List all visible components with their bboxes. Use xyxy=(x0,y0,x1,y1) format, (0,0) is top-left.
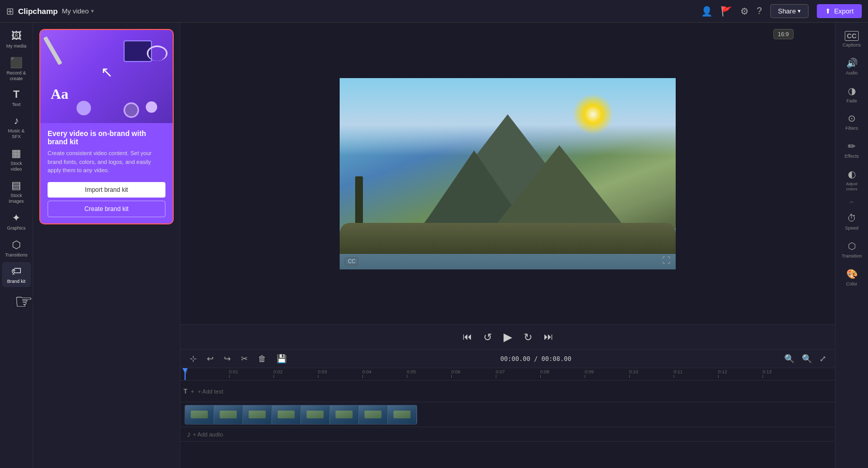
timeline-ruler: 0 0:01 0:02 0:03 0:04 0:05 0:06 0:07 0:0… xyxy=(180,368,835,381)
effects-icon: ✏ xyxy=(848,141,856,152)
add-audio-label[interactable]: + Add audio xyxy=(193,431,223,437)
text-track-label: T xyxy=(180,388,185,395)
art-circle1 xyxy=(124,102,139,118)
sidebar-item-stock-video[interactable]: ▦ Stockvideo xyxy=(2,144,31,175)
record-icon: ⬛ xyxy=(10,56,23,69)
clip-thumb xyxy=(301,405,330,424)
select-tool-button[interactable]: ⊹ xyxy=(187,352,200,365)
timeline-toolbar: ⊹ ↩ ↪ ✂ 🗑 💾 00:00.00 / 00:08.00 🔍 🔍 ⤢ xyxy=(180,350,835,368)
app-logo: Clipchamp xyxy=(18,7,58,16)
sidebar-item-graphics[interactable]: ✦ Graphics xyxy=(2,208,31,234)
aspect-ratio-badge: 16:9 xyxy=(773,29,794,39)
right-sidebar-speed[interactable]: ⏱ Speed xyxy=(837,209,866,235)
text-track-row: T + + Add text xyxy=(180,381,835,402)
clip-thumb xyxy=(388,405,417,424)
video-frame: CC ⛶ xyxy=(340,78,676,269)
ruler-mark: 0:02 xyxy=(273,375,318,378)
ruler-mark: 0:12 xyxy=(718,375,763,378)
plus-icon: + xyxy=(191,388,194,395)
import-brand-kit-button[interactable]: Import brand kit xyxy=(48,182,165,198)
undo-button[interactable]: ↩ xyxy=(204,352,217,365)
collapse-arrow-icon: ‹ xyxy=(847,201,856,204)
brand-kit-icon: 🏷 xyxy=(11,265,22,277)
right-sidebar-fade[interactable]: ◑ Fade xyxy=(837,81,866,108)
art-cylinder2 xyxy=(146,101,157,113)
zoom-out-button[interactable]: 🔍 xyxy=(782,353,797,365)
sidebar-item-record-create[interactable]: ⬛ Record &create xyxy=(2,53,31,85)
video-preview: CC ⛶ 16:9 xyxy=(180,23,835,324)
tree-left xyxy=(355,176,363,228)
rewind-5s-button[interactable]: ↺ xyxy=(480,329,495,345)
ruler-marks: 0 0:01 0:02 0:03 0:04 0:05 0:06 0:07 0:0… xyxy=(180,368,807,378)
ruler-mark: 0:01 xyxy=(229,375,273,378)
ruler-mark: 0 xyxy=(185,375,229,378)
brand-card-desc: Create consistent video content. Set you… xyxy=(48,149,165,175)
fade-icon: ◑ xyxy=(848,85,856,97)
timeline-zoom-controls: 🔍 🔍 ⤢ xyxy=(782,353,829,365)
flag-icon[interactable]: 🚩 xyxy=(721,6,732,17)
sidebar-item-music-sfx[interactable]: ♪ Music &SFX xyxy=(2,112,31,143)
add-text-button[interactable]: + + Add text xyxy=(185,388,223,395)
video-controls-center: ⏮ ↺ ▶ ↻ ⏭ xyxy=(460,328,556,346)
video-controls: ⏮ ↺ ▶ ↻ ⏭ xyxy=(180,324,835,349)
play-button[interactable]: ▶ xyxy=(500,328,515,346)
music-icon: ♪ xyxy=(14,115,19,127)
right-sidebar-audio[interactable]: 🔊 Audio xyxy=(837,53,866,80)
sidebar-item-brand-kit[interactable]: 🏷 Brand kit xyxy=(2,262,31,288)
brand-card-image: ↖ Aa xyxy=(40,30,173,123)
video-title[interactable]: My video ▾ xyxy=(62,7,94,15)
note-icon: ♪ xyxy=(187,430,191,439)
cut-button[interactable]: ✂ xyxy=(238,352,251,365)
right-sidebar-filters[interactable]: ⊙ Filters xyxy=(837,109,866,135)
audio-track-row: ♪ + Add audio xyxy=(180,427,835,442)
right-sidebar-transition[interactable]: ⬡ Transition xyxy=(837,236,866,263)
settings-icon[interactable]: ⚙ xyxy=(740,6,749,17)
video-cc-button[interactable]: CC xyxy=(345,258,358,265)
art-cylinder1 xyxy=(77,101,91,115)
captions-icon: CC xyxy=(845,31,859,41)
sidebar-item-my-media[interactable]: 🖼 My media xyxy=(2,27,31,52)
sidebar-item-text[interactable]: T Text xyxy=(2,85,31,111)
ruler-mark: 0:06 xyxy=(451,375,496,378)
skip-back-button[interactable]: ⏮ xyxy=(460,329,475,344)
main-layout: 🖼 My media ⬛ Record &create T Text ♪ Mus… xyxy=(0,23,868,468)
sidebar-item-stock-images[interactable]: ▤ Stockimages xyxy=(2,176,31,207)
foreground-rocks xyxy=(340,223,676,254)
skip-forward-button[interactable]: ⏭ xyxy=(541,329,556,344)
create-brand-kit-button[interactable]: Create brand kit xyxy=(48,201,165,217)
brand-card-content: Every video is on-brand with brand kit C… xyxy=(40,123,173,223)
adjust-colors-icon: ◐ xyxy=(848,169,856,180)
right-sidebar-color[interactable]: 🎨 Color xyxy=(837,264,866,291)
ruler-mark: 0:07 xyxy=(496,375,540,378)
save-button[interactable]: 💾 xyxy=(273,352,290,365)
graphics-icon: ✦ xyxy=(12,212,21,224)
clip-thumb xyxy=(330,405,359,424)
video-expand-button[interactable]: ⛶ xyxy=(662,256,671,265)
timeline-area: ⊹ ↩ ↪ ✂ 🗑 💾 00:00.00 / 00:08.00 🔍 🔍 ⤢ xyxy=(180,349,835,468)
ruler-mark: 0:03 xyxy=(318,375,362,378)
brand-art: ↖ Aa xyxy=(40,30,173,123)
right-sidebar-captions[interactable]: CC Captions xyxy=(837,27,866,52)
right-sidebar-adjust-colors[interactable]: ◐ Adjustcolors xyxy=(837,164,866,195)
export-button[interactable]: ⬆ Export xyxy=(817,4,862,18)
video-clip[interactable] xyxy=(185,405,417,425)
help-icon[interactable]: ? xyxy=(757,6,762,17)
clip-thumb xyxy=(243,405,272,424)
ruler-mark: 0:08 xyxy=(540,375,585,378)
redo-button[interactable]: ↪ xyxy=(221,352,234,365)
grid-icon[interactable]: ⊞ xyxy=(6,6,14,17)
fit-button[interactable]: ⤢ xyxy=(817,353,829,365)
clip-thumb xyxy=(185,405,214,424)
share-icon[interactable]: 👤 xyxy=(701,6,712,17)
media-icon: 🖼 xyxy=(11,30,22,42)
zoom-in-button[interactable]: 🔍 xyxy=(799,353,815,365)
delete-button[interactable]: 🗑 xyxy=(255,353,269,365)
right-sidebar-effects[interactable]: ✏ Effects xyxy=(837,137,866,163)
video-frame-inner xyxy=(340,78,676,269)
topbar-left: ⊞ Clipchamp My video ▾ xyxy=(6,6,94,17)
art-cursor: ↖ xyxy=(101,64,113,81)
forward-5s-button[interactable]: ↻ xyxy=(521,329,536,345)
collapse-handle: ‹ xyxy=(835,198,868,207)
sidebar-item-transitions[interactable]: ⬡ Transitions xyxy=(2,235,31,261)
share-button[interactable]: Share ▾ xyxy=(770,4,809,18)
